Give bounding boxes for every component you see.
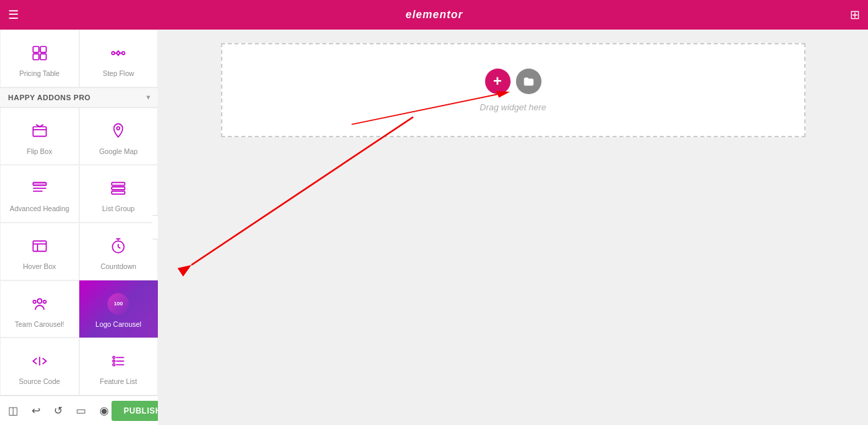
- add-widget-button[interactable]: +: [485, 69, 511, 94]
- svg-point-23: [38, 299, 42, 303]
- pricing-table-label: Pricing Table: [19, 69, 60, 79]
- svg-rect-2: [33, 54, 39, 60]
- widget-hover-box[interactable]: Hover Box: [0, 223, 79, 280]
- svg-point-27: [113, 356, 115, 358]
- advanced-heading-label: Advanced Heading: [9, 204, 69, 214]
- widgets-area: Pricing Table Step: [0, 30, 158, 395]
- app-title: elementor: [406, 9, 463, 21]
- svg-point-25: [43, 300, 46, 303]
- canvas-frame: + Drag widget here: [221, 43, 806, 137]
- responsive-icon[interactable]: ▭: [73, 401, 89, 420]
- drag-widget-text: Drag widget here: [480, 102, 546, 112]
- section-label: HAPPY ADDONS PRO: [8, 93, 91, 102]
- svg-rect-18: [112, 183, 126, 186]
- bottom-toolbar: ◫ ↩ ↺ ▭ ◉ PUBLISH ▾: [0, 395, 158, 425]
- grid-icon[interactable]: ⊞: [850, 7, 860, 22]
- svg-rect-3: [40, 54, 46, 60]
- chevron-down-icon: ▾: [146, 93, 150, 101]
- collapse-sidebar-button[interactable]: ‹: [153, 215, 158, 239]
- svg-line-40: [191, 117, 413, 265]
- list-group-label: List Group: [102, 204, 134, 214]
- feature-list-icon: [106, 349, 130, 373]
- logo-badge: 100: [107, 293, 129, 315]
- widget-advanced-heading[interactable]: Advanced Heading: [0, 165, 79, 223]
- step-flow-icon: [106, 41, 130, 65]
- layers-icon[interactable]: ◫: [5, 401, 21, 420]
- step-flow-label: Step Flow: [103, 69, 134, 79]
- widget-countdown[interactable]: Countdown: [79, 223, 159, 280]
- svg-point-4: [112, 52, 115, 54]
- svg-rect-21: [33, 241, 46, 251]
- redo-icon[interactable]: ↺: [51, 401, 65, 420]
- widget-google-map[interactable]: Google Map: [79, 108, 159, 165]
- widget-pricing-table[interactable]: Pricing Table: [0, 30, 79, 87]
- svg-rect-1: [40, 46, 46, 52]
- svg-point-31: [113, 364, 115, 366]
- svg-rect-17: [33, 183, 46, 186]
- canvas-area: + Drag widget here: [158, 30, 868, 425]
- team-carousel-icon: [28, 292, 52, 316]
- google-map-icon: [106, 119, 130, 143]
- countdown-label: Countdown: [101, 262, 136, 272]
- top-bar: ☰ elementor ⊞: [0, 0, 868, 30]
- toolbar-right: PUBLISH ▾: [112, 401, 158, 421]
- widget-source-code[interactable]: Source Code: [0, 338, 79, 395]
- hover-box-label: Hover Box: [23, 262, 56, 272]
- flip-box-icon: [28, 119, 52, 143]
- widget-grid: Flip Box Google Map: [0, 108, 158, 395]
- hover-box-icon: [28, 234, 52, 258]
- main-layout: Pricing Table Step: [0, 30, 868, 425]
- toolbar-left: ◫ ↩ ↺ ▭ ◉: [5, 401, 112, 420]
- source-code-label: Source Code: [19, 377, 60, 387]
- widget-step-flow[interactable]: Step Flow: [79, 30, 159, 87]
- svg-point-24: [33, 300, 36, 303]
- svg-rect-0: [33, 46, 39, 52]
- feature-list-label: Feature List: [100, 377, 137, 387]
- google-map-label: Google Map: [99, 147, 138, 157]
- flip-box-label: Flip Box: [27, 147, 52, 157]
- section-header-happy-addons[interactable]: HAPPY ADDONS PRO ▾: [0, 87, 158, 108]
- svg-point-13: [117, 126, 120, 129]
- widget-logo-carousel[interactable]: 100 Logo Carousel: [79, 280, 159, 338]
- svg-point-6: [122, 52, 125, 54]
- top-widget-grid: Pricing Table Step: [0, 30, 158, 87]
- logo-carousel-icon: 100: [106, 292, 130, 316]
- countdown-icon: [106, 234, 130, 258]
- publish-button[interactable]: PUBLISH: [112, 401, 158, 421]
- pricing-table-icon: [28, 41, 52, 65]
- team-carousel-label: Team Carousel!: [15, 320, 64, 330]
- svg-point-5: [117, 52, 120, 54]
- svg-rect-19: [112, 187, 126, 190]
- sidebar: Pricing Table Step: [0, 30, 158, 425]
- widget-feature-list[interactable]: Feature List: [79, 338, 159, 395]
- template-button[interactable]: [516, 69, 541, 94]
- widget-list-group[interactable]: List Group: [79, 165, 159, 223]
- widget-flip-box[interactable]: Flip Box: [0, 108, 79, 165]
- svg-rect-20: [112, 192, 126, 194]
- advanced-heading-icon: [28, 176, 52, 200]
- eye-icon[interactable]: ◉: [97, 401, 112, 420]
- menu-icon[interactable]: ☰: [8, 7, 19, 22]
- canvas-controls: +: [485, 69, 541, 94]
- list-group-icon: [106, 176, 130, 200]
- logo-carousel-label: Logo Carousel: [95, 320, 141, 330]
- widget-team-carousel[interactable]: Team Carousel!: [0, 280, 79, 338]
- undo-icon[interactable]: ↩: [29, 401, 43, 420]
- svg-rect-11: [33, 126, 46, 136]
- svg-point-29: [113, 360, 115, 362]
- source-code-icon: [28, 349, 52, 373]
